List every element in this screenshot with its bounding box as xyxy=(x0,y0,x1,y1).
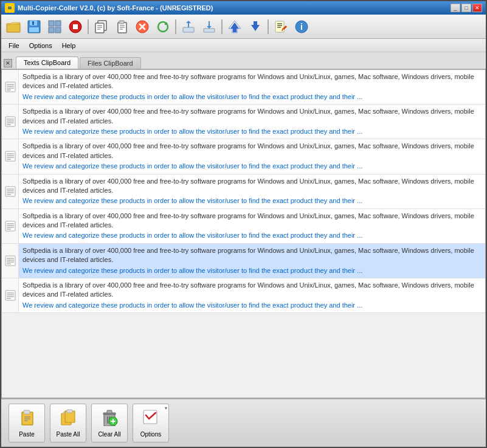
refresh-btn[interactable] xyxy=(153,18,173,36)
svg-rect-11 xyxy=(55,27,61,33)
clip-item-icon xyxy=(2,139,19,173)
clip-line1: Softpedia is a library of over 400,000 f… xyxy=(22,107,482,126)
menu-file[interactable]: File xyxy=(4,41,24,50)
list-item[interactable]: Softpedia is a library of over 400,000 f… xyxy=(2,174,485,209)
options-button[interactable]: Options ▾ xyxy=(133,404,169,443)
svg-rect-80 xyxy=(67,410,72,413)
clip-item-icon xyxy=(2,278,19,312)
clip-line2: We review and categorize these products … xyxy=(22,301,482,310)
svg-line-34 xyxy=(282,29,283,31)
clip-item-icon xyxy=(2,70,19,104)
clip-item-icon xyxy=(2,244,19,278)
window-controls: _ □ ✕ xyxy=(451,4,482,12)
clip-line2: We review and categorize these products … xyxy=(22,231,482,240)
app-icon xyxy=(5,3,15,13)
content-area[interactable]: Softpedia is a library of over 400,000 f… xyxy=(1,69,486,398)
svg-rect-9 xyxy=(55,21,61,26)
copy-btn[interactable] xyxy=(91,18,111,36)
down-arrow-btn[interactable] xyxy=(246,18,265,36)
clip-line1: Softpedia is a library of over 400,000 f… xyxy=(22,281,482,300)
clip-line2: We review and categorize these products … xyxy=(22,162,482,171)
menu-help[interactable]: Help xyxy=(57,41,81,50)
close-button[interactable]: ✕ xyxy=(472,4,482,12)
bottom-toolbar: Paste Paste All xyxy=(1,398,486,447)
toolbar: i xyxy=(1,15,486,39)
svg-rect-62 xyxy=(5,256,15,266)
svg-rect-37 xyxy=(5,82,15,92)
svg-rect-15 xyxy=(95,23,104,33)
sep1 xyxy=(88,19,89,34)
menubar: File Options Help xyxy=(1,39,486,52)
paste-all-button[interactable]: Paste All xyxy=(50,404,86,443)
svg-rect-83 xyxy=(107,410,112,413)
delete-btn[interactable] xyxy=(133,18,152,36)
paste-button[interactable]: Paste xyxy=(9,404,45,443)
minimize-button[interactable]: _ xyxy=(451,4,460,12)
clip-line2: We review and categorize these products … xyxy=(22,127,482,136)
stop-btn[interactable] xyxy=(66,18,85,36)
save-btn[interactable] xyxy=(24,18,44,36)
svg-rect-1 xyxy=(8,7,12,8)
sep4 xyxy=(268,19,269,34)
clip-item-icon xyxy=(2,105,19,139)
list-item[interactable]: Softpedia is a library of over 400,000 f… xyxy=(2,139,485,174)
clear-all-icon xyxy=(101,409,118,429)
list-item[interactable]: Softpedia is a library of over 400,000 f… xyxy=(2,105,485,139)
title-bar-left: Multi-Copier-Coller V2.0, (c) by Soft-Fr… xyxy=(5,3,213,13)
options-label: Options xyxy=(140,431,161,438)
svg-rect-67 xyxy=(5,291,15,300)
svg-rect-7 xyxy=(29,27,39,32)
maximize-button[interactable]: □ xyxy=(461,4,471,12)
list-item[interactable]: Softpedia is a library of over 400,000 f… xyxy=(2,70,485,105)
svg-text:i: i xyxy=(300,22,303,32)
upload-btn[interactable] xyxy=(179,18,198,36)
download-btn[interactable] xyxy=(199,18,219,36)
clip-line1: Softpedia is a library of over 400,000 f… xyxy=(22,212,482,230)
clip-line2: We review and categorize these products … xyxy=(22,196,482,205)
paste-all-label: Paste All xyxy=(57,431,80,438)
sep3 xyxy=(221,19,223,34)
options-arrow-icon: ▾ xyxy=(165,405,167,411)
svg-rect-28 xyxy=(183,27,194,32)
svg-rect-13 xyxy=(73,24,78,29)
svg-rect-52 xyxy=(5,187,15,196)
sep2 xyxy=(175,19,176,34)
clip-item-icon xyxy=(2,174,19,208)
info-btn[interactable]: i xyxy=(292,18,311,36)
clip-line2: We review and categorize these products … xyxy=(22,92,482,102)
tab-bar: ✕ Texts ClipBoard Files ClipBoard xyxy=(1,52,486,69)
svg-rect-20 xyxy=(119,21,124,24)
svg-rect-3 xyxy=(7,24,20,32)
svg-rect-10 xyxy=(49,27,54,33)
edit-btn[interactable] xyxy=(271,18,291,36)
clear-all-button[interactable]: Clear All xyxy=(91,404,128,443)
svg-rect-2 xyxy=(8,9,12,10)
clip-item-icon xyxy=(2,209,19,243)
list-item[interactable]: Softpedia is a library of over 400,000 f… xyxy=(2,278,485,313)
paste-icon xyxy=(18,409,35,429)
svg-rect-47 xyxy=(5,151,15,161)
clip-line2: We review and categorize these products … xyxy=(22,266,482,275)
up-arrow-btn[interactable] xyxy=(225,18,244,36)
svg-rect-57 xyxy=(5,221,15,231)
paste-all-icon xyxy=(60,409,77,429)
svg-rect-73 xyxy=(24,410,30,414)
view-btn[interactable] xyxy=(45,18,64,36)
tab-files[interactable]: Files ClipBoard xyxy=(80,57,141,69)
svg-rect-6 xyxy=(32,21,34,25)
title-bar: Multi-Copier-Coller V2.0, (c) by Soft-Fr… xyxy=(1,1,486,15)
tab-close-btn[interactable]: ✕ xyxy=(4,59,12,67)
main-window: Multi-Copier-Coller V2.0, (c) by Soft-Fr… xyxy=(0,0,487,448)
list-item[interactable]: Softpedia is a library of over 400,000 f… xyxy=(2,244,485,278)
svg-rect-29 xyxy=(204,29,215,32)
svg-rect-8 xyxy=(49,21,54,26)
svg-rect-0 xyxy=(7,5,13,11)
new-folder-btn[interactable] xyxy=(4,18,23,36)
clip-line1: Softpedia is a library of over 400,000 f… xyxy=(22,246,482,265)
clear-all-label: Clear All xyxy=(98,431,120,438)
options-icon xyxy=(142,409,159,429)
paste-btn[interactable] xyxy=(112,18,131,36)
tab-texts[interactable]: Texts ClipBoard xyxy=(16,57,78,69)
menu-options[interactable]: Options xyxy=(24,41,57,50)
list-item[interactable]: Softpedia is a library of over 400,000 f… xyxy=(2,209,485,244)
